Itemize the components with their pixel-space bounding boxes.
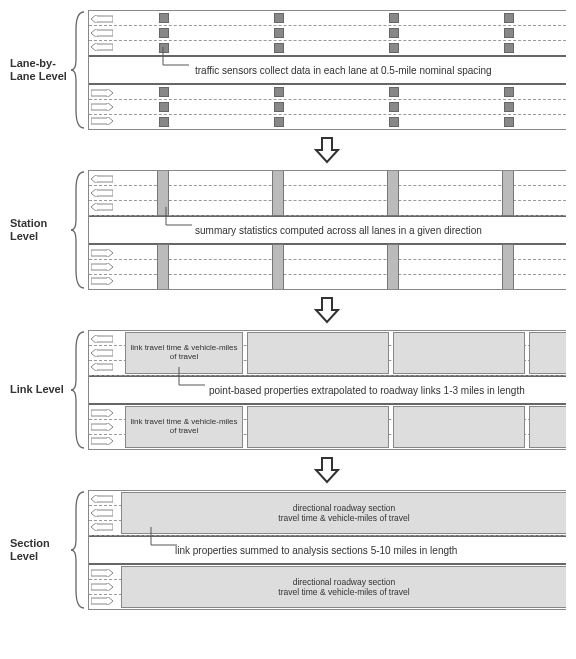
section-level-row: Section Level directional roadway sectio… [10, 490, 566, 610]
sensor-icon [389, 102, 399, 112]
station-bar [157, 244, 169, 290]
sensor-icon [389, 43, 399, 53]
section-block-sub: travel time & vehicle-miles of travel [278, 587, 409, 597]
station-level-label: Station Level [10, 217, 70, 243]
section-panel: directional roadway section travel time … [88, 490, 566, 610]
sensor-icon [159, 28, 169, 38]
sensor-icon [504, 102, 514, 112]
link-block [529, 332, 566, 374]
lane-level-row: Lane-by-Lane Level traffic sensors colle… [10, 10, 566, 130]
station-panel: summary statistics computed across all l… [88, 170, 566, 290]
lane [89, 11, 566, 26]
median: summary statistics computed across all l… [89, 216, 566, 244]
section-block-sub: travel time & vehicle-miles of travel [278, 513, 409, 523]
link-block [393, 332, 525, 374]
lane [89, 26, 566, 41]
flow-arrow-icon [88, 456, 566, 484]
median: link properties summed to analysis secti… [89, 536, 566, 564]
callout-line-icon [177, 367, 207, 393]
station-bar [502, 244, 514, 290]
sensor-icon [389, 117, 399, 127]
section-block-title: directional roadway section [293, 503, 396, 513]
sensor-icon [274, 13, 284, 23]
sensor-icon [504, 117, 514, 127]
section-caption: link properties summed to analysis secti… [175, 545, 457, 556]
lane-caption: traffic sensors collect data in each lan… [195, 65, 492, 76]
link-panel: link travel time & vehicle-miles of trav… [88, 330, 566, 450]
sensor-icon [389, 28, 399, 38]
station-caption: summary statistics computed across all l… [195, 225, 482, 236]
sensor-icon [159, 102, 169, 112]
sensor-icon [389, 87, 399, 97]
link-caption: point-based properties extrapolated to r… [209, 385, 525, 396]
station-bar [272, 244, 284, 290]
sensor-icon [274, 87, 284, 97]
sensor-icon [389, 13, 399, 23]
brace-icon [70, 170, 88, 290]
sensor-icon [274, 43, 284, 53]
station-bar [502, 170, 514, 216]
lane-panel: traffic sensors collect data in each lan… [88, 10, 566, 130]
link-block [529, 406, 566, 448]
brace-icon [70, 330, 88, 450]
lane-level-label: Lane-by-Lane Level [10, 57, 70, 83]
section-level-label: Section Level [10, 537, 70, 563]
station-level-row: Station Level summary statistics compute… [10, 170, 566, 290]
sensor-icon [504, 87, 514, 97]
sensor-icon [274, 28, 284, 38]
callout-line-icon [149, 527, 179, 553]
brace-icon [70, 10, 88, 130]
callout-line-icon [164, 207, 194, 233]
lane [89, 85, 566, 100]
sensor-icon [159, 117, 169, 127]
sensor-icon [504, 28, 514, 38]
link-block: link travel time & vehicle-miles of trav… [125, 406, 243, 448]
median: traffic sensors collect data in each lan… [89, 56, 566, 84]
link-level-label: Link Level [10, 383, 70, 396]
section-block: directional roadway section travel time … [121, 492, 566, 534]
flow-arrow-icon [88, 296, 566, 324]
sensor-icon [504, 43, 514, 53]
link-level-row: Link Level link travel time & vehicle-mi… [10, 330, 566, 450]
link-block [393, 406, 525, 448]
sensor-icon [274, 102, 284, 112]
link-block [247, 406, 389, 448]
section-block-title: directional roadway section [293, 577, 396, 587]
section-block: directional roadway section travel time … [121, 566, 566, 608]
link-block [247, 332, 389, 374]
flow-arrow-icon [88, 136, 566, 164]
sensor-icon [504, 13, 514, 23]
station-bar [387, 170, 399, 216]
sensor-icon [274, 117, 284, 127]
callout-line-icon [161, 47, 191, 73]
station-bar [272, 170, 284, 216]
sensor-icon [159, 87, 169, 97]
lane [89, 115, 566, 129]
median: point-based properties extrapolated to r… [89, 376, 566, 404]
station-bar [387, 244, 399, 290]
brace-icon [70, 490, 88, 610]
sensor-icon [159, 13, 169, 23]
lane [89, 100, 566, 115]
